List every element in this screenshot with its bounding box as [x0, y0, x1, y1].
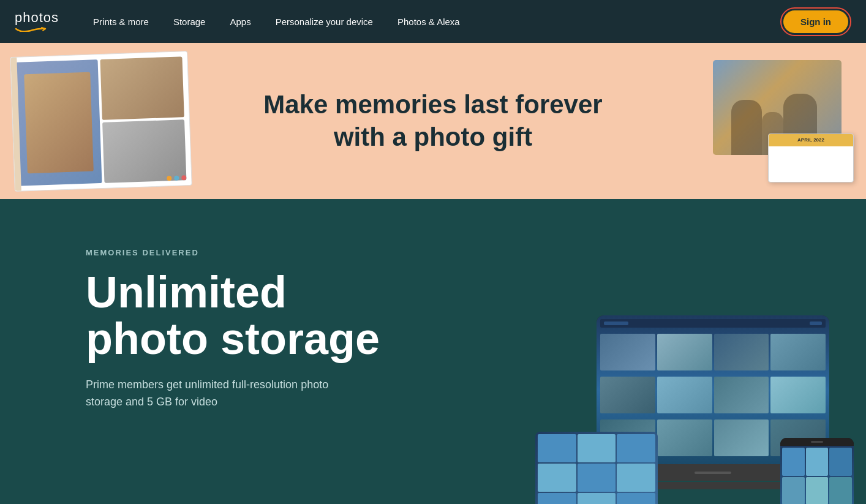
nav-link-storage[interactable]: Storage — [164, 12, 216, 32]
banner-left-decoration — [0, 43, 196, 199]
nav-link-personalize[interactable]: Personalize your device — [266, 12, 383, 32]
nav-links: Prints & more Storage Apps Personalize y… — [83, 12, 780, 32]
banner-right-decoration: APRIL 2022 — [707, 43, 866, 199]
main-subtext: Prime members get unlimited full-resolut… — [86, 377, 343, 411]
nav-link-photos-alexa[interactable]: Photos & Alexa — [388, 12, 470, 32]
logo[interactable]: photos — [15, 11, 59, 32]
nav-link-apps[interactable]: Apps — [220, 12, 260, 32]
signin-button[interactable]: Sign in — [783, 10, 848, 33]
tablet-mockup — [535, 432, 658, 504]
phone-mockup — [780, 438, 854, 504]
banner-content: Make memories last forever with a photo … — [263, 89, 602, 153]
main-eyebrow: MEMORIES DELIVERED — [86, 248, 380, 257]
banner-photo-area: APRIL 2022 — [713, 60, 854, 182]
signin-wrapper: Sign in — [780, 7, 851, 36]
main-heading: Unlimited photo storage — [86, 269, 380, 362]
main-section: MEMORIES DELIVERED Unlimited photo stora… — [0, 199, 866, 504]
device-mockups — [523, 303, 866, 504]
banner-title: Make memories last forever with a photo … — [263, 89, 602, 153]
main-nav: photos Prints & more Storage Apps Person… — [0, 0, 866, 43]
promo-banner: Make memories last forever with a photo … — [0, 43, 866, 199]
amazon-smile-icon — [15, 26, 47, 32]
nav-link-prints[interactable]: Prints & more — [83, 12, 159, 32]
calendar-decoration: APRIL 2022 — [768, 134, 854, 182]
photo-book-decoration — [10, 51, 192, 192]
main-text-block: MEMORIES DELIVERED Unlimited photo stora… — [86, 248, 380, 411]
logo-text: photos — [15, 11, 59, 24]
